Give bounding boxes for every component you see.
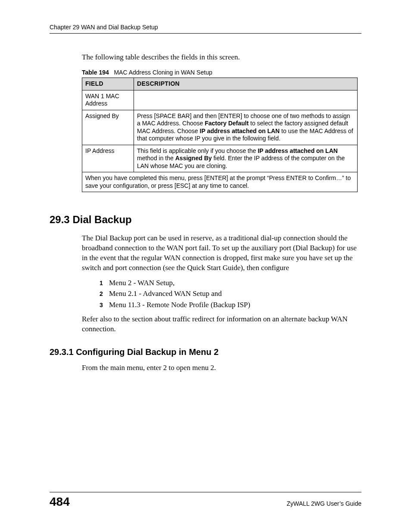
cell-footer: When you have completed this menu, press… xyxy=(82,172,358,192)
subsection-heading: 29.3.1 Configuring Dial Backup in Menu 2 xyxy=(50,347,361,357)
guide-name: ZyWALL 2WG User’s Guide xyxy=(287,500,362,509)
mac-cloning-table: FIELD DESCRIPTION WAN 1 MAC Address Assi… xyxy=(82,78,358,192)
page: Chapter 29 WAN and Dial Backup Setup The… xyxy=(0,0,411,532)
intro-text: The following table describes the fields… xyxy=(82,53,361,62)
cell-field: WAN 1 MAC Address xyxy=(82,90,134,110)
page-number: 484 xyxy=(50,495,70,509)
cell-desc: This field is applicable only if you cho… xyxy=(134,145,358,172)
list-item: Menu 11.3 - Remote Node Profile (Backup … xyxy=(100,299,361,311)
running-header: Chapter 29 WAN and Dial Backup Setup xyxy=(50,24,361,34)
cell-desc xyxy=(134,90,358,110)
th-field: FIELD xyxy=(82,78,134,90)
page-footer: 484 ZyWALL 2WG User’s Guide xyxy=(50,492,361,509)
table-caption-text: MAC Address Cloning in WAN Setup xyxy=(114,69,212,76)
table-header-row: FIELD DESCRIPTION xyxy=(82,78,358,90)
section-paragraph: The Dial Backup port can be used in rese… xyxy=(82,233,361,273)
section-heading: 29.3 Dial Backup xyxy=(50,214,361,226)
list-item: Menu 2.1 - Advanced WAN Setup and xyxy=(100,288,361,299)
th-description: DESCRIPTION xyxy=(134,78,358,90)
table-row: Assigned By Press [SPACE BAR] and then [… xyxy=(82,110,358,145)
cell-field: IP Address xyxy=(82,145,134,172)
table-row: WAN 1 MAC Address xyxy=(82,90,358,110)
table-row-footer: When you have completed this menu, press… xyxy=(82,172,358,192)
cell-field: Assigned By xyxy=(82,110,134,145)
numbered-list: Menu 2 - WAN Setup, Menu 2.1 - Advanced … xyxy=(100,277,361,311)
cell-desc: Press [SPACE BAR] and then [ENTER] to ch… xyxy=(134,110,358,145)
table-label: Table 194 xyxy=(82,69,109,76)
section-paragraph: Refer also to the section about traffic … xyxy=(82,314,361,334)
list-item: Menu 2 - WAN Setup, xyxy=(100,277,361,289)
section-paragraph: From the main menu, enter 2 to open menu… xyxy=(82,363,361,373)
table-row: IP Address This field is applicable only… xyxy=(82,145,358,172)
table-caption: Table 194 MAC Address Cloning in WAN Set… xyxy=(82,69,361,76)
